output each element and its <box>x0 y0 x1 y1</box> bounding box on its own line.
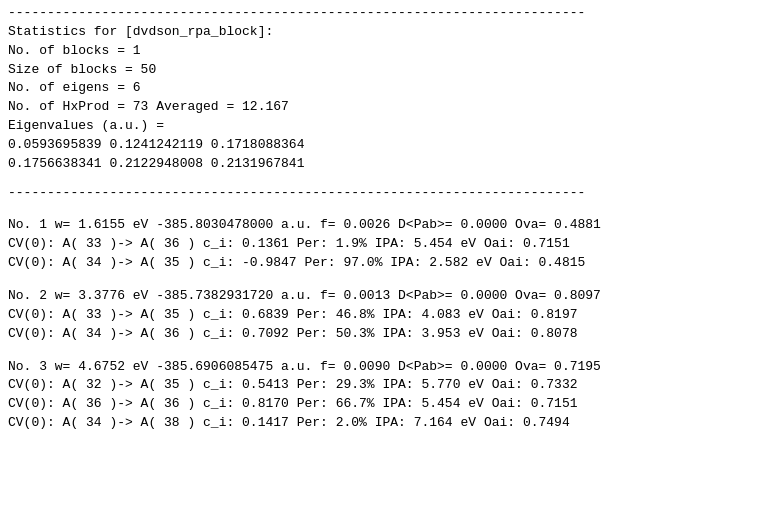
excitation-3-cv-2: CV(0): A( 36 )-> A( 36 ) c_i: 0.8170 Per… <box>8 395 761 414</box>
excitation-3-cv-1: CV(0): A( 32 )-> A( 35 ) c_i: 0.5413 Per… <box>8 376 761 395</box>
excitation-3-header: No. 3 w= 4.6752 eV -385.6906085475 a.u. … <box>8 358 761 377</box>
excitation-2-header: No. 2 w= 3.3776 eV -385.7382931720 a.u. … <box>8 287 761 306</box>
excitation-1: No. 1 w= 1.6155 eV -385.8030478000 a.u. … <box>8 216 761 273</box>
excitation-3: No. 3 w= 4.6752 eV -385.6906085475 a.u. … <box>8 358 761 433</box>
stats-section: Statistics for [dvdson_rpa_block]: No. o… <box>8 23 761 174</box>
top-divider: ----------------------------------------… <box>8 4 761 23</box>
excitation-1-header: No. 1 w= 1.6155 eV -385.8030478000 a.u. … <box>8 216 761 235</box>
bottom-divider: ----------------------------------------… <box>8 184 761 203</box>
excitation-1-cv-2: CV(0): A( 34 )-> A( 35 ) c_i: -0.9847 Pe… <box>8 254 761 273</box>
excitation-1-cv-1: CV(0): A( 33 )-> A( 36 ) c_i: 0.1361 Per… <box>8 235 761 254</box>
excitation-2: No. 2 w= 3.3776 eV -385.7382931720 a.u. … <box>8 287 761 344</box>
eigenvalue-row-1: 0.0593695839 0.1241242119 0.1718088364 <box>8 136 761 155</box>
stat-eigens: No. of eigens = 6 <box>8 79 761 98</box>
excitation-3-cv-3: CV(0): A( 34 )-> A( 38 ) c_i: 0.1417 Per… <box>8 414 761 433</box>
stat-blocks: No. of blocks = 1 <box>8 42 761 61</box>
eigenvalue-row-2: 0.1756638341 0.2122948008 0.2131967841 <box>8 155 761 174</box>
stat-eigenvalues-label: Eigenvalues (a.u.) = <box>8 117 761 136</box>
stats-header: Statistics for [dvdson_rpa_block]: <box>8 23 761 42</box>
excitation-2-cv-2: CV(0): A( 34 )-> A( 36 ) c_i: 0.7092 Per… <box>8 325 761 344</box>
output-container: ----------------------------------------… <box>8 4 761 433</box>
stat-hxprod: No. of HxProd = 73 Averaged = 12.167 <box>8 98 761 117</box>
stat-size: Size of blocks = 50 <box>8 61 761 80</box>
excitation-2-cv-1: CV(0): A( 33 )-> A( 35 ) c_i: 0.6839 Per… <box>8 306 761 325</box>
